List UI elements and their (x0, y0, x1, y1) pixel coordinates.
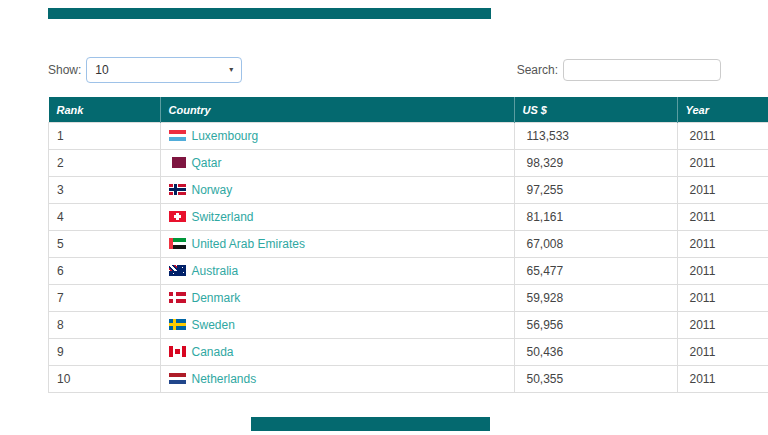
norway-flag-icon (169, 184, 186, 195)
rank-cell: 7 (49, 285, 161, 312)
country-cell: Sweden (160, 312, 514, 339)
search-input[interactable] (563, 59, 721, 81)
usd-cell: 59,928 (514, 285, 677, 312)
year-cell: 2011 (677, 231, 768, 258)
column-header-us[interactable]: US $ (514, 98, 677, 123)
show-entries-select[interactable]: 10 ▾ (86, 57, 242, 83)
chevron-down-icon: ▾ (229, 66, 233, 74)
country-link[interactable]: Norway (192, 183, 233, 197)
year-cell: 2011 (677, 312, 768, 339)
rank-cell: 4 (49, 204, 161, 231)
table-row: 5United Arab Emirates67,0082011 (49, 231, 768, 258)
luxembourg-flag-icon (169, 130, 186, 141)
rank-cell: 1 (49, 123, 161, 150)
country-link[interactable]: Denmark (192, 291, 241, 305)
sweden-flag-icon (169, 319, 186, 330)
year-cell: 2011 (677, 150, 768, 177)
year-cell: 2011 (677, 339, 768, 366)
country-cell: United Arab Emirates (160, 231, 514, 258)
year-cell: 2011 (677, 123, 768, 150)
table-row: 7Denmark59,9282011 (49, 285, 768, 312)
column-header-rank[interactable]: Rank (49, 98, 161, 123)
show-entries-value: 10 (95, 63, 108, 77)
search-label: Search: (517, 63, 558, 77)
country-cell: Australia (160, 258, 514, 285)
rank-cell: 6 (49, 258, 161, 285)
column-header-year[interactable]: Year (677, 98, 768, 123)
usd-cell: 56,956 (514, 312, 677, 339)
table-body: 1Luxembourg113,53320112Qatar98,32920113N… (49, 123, 768, 393)
year-cell: 2011 (677, 366, 768, 393)
country-link[interactable]: Luxembourg (192, 129, 259, 143)
country-link[interactable]: United Arab Emirates (192, 237, 305, 251)
usd-cell: 97,255 (514, 177, 677, 204)
gdp-table: RankCountryUS $Year 1Luxembourg113,53320… (48, 97, 768, 393)
year-cell: 2011 (677, 204, 768, 231)
teal-strip-bottom (251, 417, 490, 431)
usd-cell: 50,436 (514, 339, 677, 366)
country-cell: Denmark (160, 285, 514, 312)
show-entries-group: Show: 10 ▾ (48, 57, 242, 83)
usd-cell: 113,533 (514, 123, 677, 150)
rank-cell: 8 (49, 312, 161, 339)
country-link[interactable]: Canada (192, 345, 234, 359)
column-header-country[interactable]: Country (160, 98, 514, 123)
table-controls: Show: 10 ▾ Search: (48, 57, 721, 83)
table-row: 8Sweden56,9562011 (49, 312, 768, 339)
australia-flag-icon (169, 265, 186, 276)
country-link[interactable]: Switzerland (192, 210, 254, 224)
table-row: 1Luxembourg113,5332011 (49, 123, 768, 150)
table-row: 4Switzerland81,1612011 (49, 204, 768, 231)
rank-cell: 3 (49, 177, 161, 204)
country-link[interactable]: Netherlands (192, 372, 257, 386)
rank-cell: 2 (49, 150, 161, 177)
table-row: 6Australia65,4772011 (49, 258, 768, 285)
table-row: 10Netherlands50,3552011 (49, 366, 768, 393)
search-group: Search: (517, 59, 721, 81)
country-cell: Qatar (160, 150, 514, 177)
table-row: 3Norway97,2552011 (49, 177, 768, 204)
usd-cell: 67,008 (514, 231, 677, 258)
country-cell: Luxembourg (160, 123, 514, 150)
netherlands-flag-icon (169, 373, 186, 384)
usd-cell: 81,161 (514, 204, 677, 231)
country-link[interactable]: Qatar (192, 156, 222, 170)
year-cell: 2011 (677, 258, 768, 285)
teal-strip-top (48, 8, 491, 19)
country-cell: Netherlands (160, 366, 514, 393)
rank-cell: 5 (49, 231, 161, 258)
denmark-flag-icon (169, 292, 186, 303)
canada-flag-icon (169, 346, 186, 357)
usd-cell: 65,477 (514, 258, 677, 285)
table-header-row: RankCountryUS $Year (49, 98, 768, 123)
country-link[interactable]: Sweden (192, 318, 235, 332)
table-row: 9Canada50,4362011 (49, 339, 768, 366)
show-label: Show: (48, 63, 81, 77)
country-cell: Norway (160, 177, 514, 204)
usd-cell: 50,355 (514, 366, 677, 393)
qatar-flag-icon (169, 157, 186, 168)
year-cell: 2011 (677, 285, 768, 312)
switzerland-flag-icon (169, 211, 186, 222)
year-cell: 2011 (677, 177, 768, 204)
rank-cell: 10 (49, 366, 161, 393)
table-row: 2Qatar98,3292011 (49, 150, 768, 177)
rank-cell: 9 (49, 339, 161, 366)
country-cell: Canada (160, 339, 514, 366)
uae-flag-icon (169, 238, 186, 249)
country-link[interactable]: Australia (192, 264, 239, 278)
country-cell: Switzerland (160, 204, 514, 231)
usd-cell: 98,329 (514, 150, 677, 177)
